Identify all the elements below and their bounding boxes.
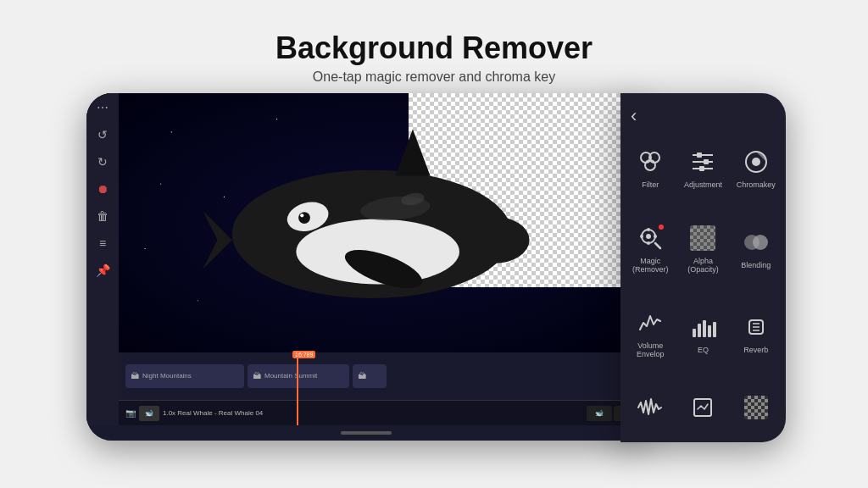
filter-label: Filter — [642, 180, 659, 190]
svg-point-24 — [646, 234, 651, 239]
svg-rect-32 — [693, 329, 696, 337]
whale-scene — [119, 93, 646, 352]
adjustment-icon — [687, 147, 718, 177]
blending-label: Blending — [741, 261, 771, 270]
panel-item-blending[interactable]: Blending — [733, 209, 779, 287]
track-clip-3[interactable]: 🏔 — [353, 364, 387, 388]
panel-item-magic-remover[interactable]: Magic(Remover) — [627, 209, 673, 287]
active-dot — [659, 225, 664, 230]
filter-icon — [635, 147, 665, 177]
panel-item-reverb[interactable]: Reverb — [733, 294, 779, 372]
svg-point-11 — [459, 217, 530, 263]
panel-item-eq[interactable]: EQ — [680, 294, 726, 372]
svg-point-25 — [647, 228, 650, 231]
checker2-icon — [741, 392, 771, 423]
panel-item-keyframe[interactable] — [680, 379, 726, 435]
panel-grid: Filter Adjustment — [627, 134, 779, 435]
svg-rect-36 — [713, 322, 716, 337]
undo-icon[interactable]: ↺ — [97, 129, 108, 141]
panel-item-filter[interactable]: Filter — [627, 134, 673, 202]
clip-label-2: Mountain Summit — [264, 372, 317, 380]
svg-rect-33 — [698, 324, 701, 337]
page-title: Background Remover — [275, 30, 593, 66]
svg-point-4 — [300, 214, 303, 218]
page-header: Background Remover One-tap magic remover… — [275, 30, 593, 85]
layers-icon[interactable]: ≡ — [99, 237, 106, 249]
home-indicator — [341, 431, 392, 435]
playhead-time: 16:789 — [292, 352, 315, 358]
pin-icon[interactable]: 📌 — [96, 264, 110, 276]
svg-point-31 — [753, 235, 768, 250]
eq-icon — [687, 312, 718, 342]
clip-icon-2: 🏔 — [253, 371, 261, 380]
eq-label: EQ — [698, 346, 709, 355]
video-area: 16:789 🏔 Night Mountains 🏔 Mountain Summ… — [119, 93, 646, 425]
panel-item-checker2[interactable] — [733, 379, 779, 435]
chromakey-label: Chromakey — [737, 180, 776, 190]
track-clip-1[interactable]: 🏔 Night Mountains — [125, 364, 244, 388]
volume-label: VolumeEnvelop — [637, 341, 665, 360]
svg-line-29 — [655, 243, 660, 248]
volume-icon — [635, 308, 665, 338]
whale-thumb-1: 🐋 — [587, 406, 612, 421]
magic-remover-label: Magic(Remover) — [632, 257, 669, 275]
timeline-area: 16:789 🏔 Night Mountains 🏔 Mountain Summ… — [119, 352, 646, 425]
svg-rect-35 — [708, 325, 711, 337]
phone-device: ⋯ ↺ ↻ ⏺ 🗑 ≡ 📌 — [86, 93, 646, 441]
page-subtitle: One-tap magic remover and chroma key — [275, 69, 593, 85]
svg-rect-34 — [703, 320, 706, 337]
svg-point-27 — [647, 241, 650, 245]
whale-svg — [161, 106, 583, 339]
adjustment-label: Adjustment — [684, 180, 722, 190]
svg-point-28 — [640, 235, 643, 238]
panel-item-volume[interactable]: VolumeEnvelop — [627, 294, 673, 372]
clip-label-1: Night Mountains — [142, 372, 192, 380]
panel-item-chromakey[interactable]: Chromakey — [733, 134, 779, 202]
svg-point-3 — [298, 212, 310, 224]
panel-item-alpha[interactable]: Alpha(Opacity) — [680, 209, 726, 287]
svg-point-26 — [654, 235, 657, 238]
checker2-pattern — [744, 396, 768, 419]
panel-item-adjustment[interactable]: Adjustment — [680, 134, 726, 202]
checker-pattern — [690, 225, 715, 251]
alpha-label: Alpha(Opacity) — [687, 257, 719, 275]
track-thumbnail: 🐋 — [139, 406, 159, 421]
svg-marker-5 — [395, 130, 430, 176]
svg-rect-18 — [704, 159, 709, 164]
panel-back-button[interactable]: ‹ — [627, 105, 779, 127]
clip-icon-3: 🏔 — [358, 371, 366, 380]
svg-point-22 — [752, 158, 760, 166]
clip-icon: 🏔 — [131, 371, 139, 380]
magic-remover-icon — [635, 223, 665, 253]
playhead: 16:789 — [297, 352, 298, 400]
record-icon[interactable]: ⏺ — [97, 183, 108, 195]
panel-item-waveform[interactable] — [627, 379, 673, 435]
menu-icon[interactable]: ⋯ — [97, 102, 108, 114]
page-wrapper: Background Remover One-tap magic remover… — [0, 0, 868, 488]
keyframe-icon — [687, 392, 718, 423]
right-panel: ‹ Filter — [620, 93, 786, 442]
whale-image — [161, 106, 583, 339]
phone-screen: ⋯ ↺ ↻ ⏺ 🗑 ≡ 📌 — [86, 93, 646, 425]
svg-rect-20 — [699, 166, 704, 171]
chromakey-icon — [741, 147, 771, 177]
alpha-icon — [687, 223, 718, 253]
reverb-label: Reverb — [743, 346, 768, 355]
blending-icon — [741, 227, 771, 258]
svg-rect-16 — [697, 152, 702, 158]
phone-bottom-bar — [86, 425, 646, 441]
timeline-tracks: 16:789 🏔 Night Mountains 🏔 Mountain Summ… — [119, 352, 646, 400]
delete-icon[interactable]: 🗑 — [97, 210, 108, 222]
phone-sidebar: ⋯ ↺ ↻ ⏺ 🗑 ≡ 📌 — [86, 93, 119, 425]
bottom-track-label: 1.0x Real Whale - Real Whale 04 — [163, 409, 263, 417]
bottom-track-icon: 📷 — [125, 408, 136, 418]
redo-icon[interactable]: ↻ — [97, 156, 108, 168]
bottom-track: 📷 🐋 1.0x Real Whale - Real Whale 04 🐋 🐋 — [119, 400, 646, 425]
waveform-icon — [635, 392, 665, 423]
track-clip-2[interactable]: 🏔 Mountain Summit — [248, 364, 349, 388]
reverb-icon — [741, 312, 771, 342]
phone-container: ⋯ ↺ ↻ ⏺ 🗑 ≡ 📌 — [86, 93, 782, 458]
